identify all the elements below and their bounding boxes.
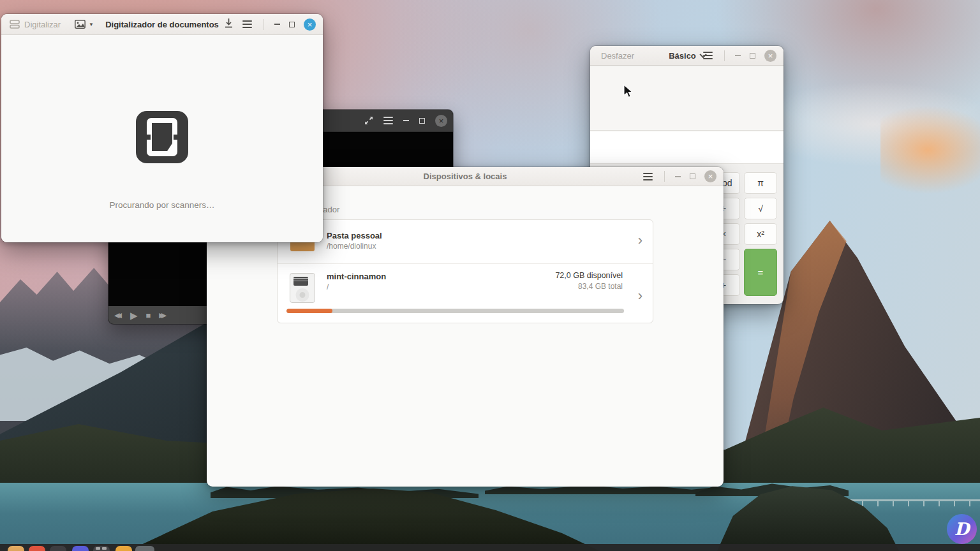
image-icon (75, 20, 85, 29)
taskbar-app-icon[interactable] (93, 546, 110, 551)
taskbar-app-icon[interactable] (29, 546, 45, 551)
close-button[interactable]: × (764, 50, 776, 62)
mode-dropdown[interactable]: Básico (669, 51, 705, 61)
chevron-right-icon: › (638, 288, 642, 304)
wallpaper-bridge-posts (801, 501, 980, 506)
disk-available: 72,0 GB disponível (555, 271, 623, 280)
scanner-icon (10, 20, 20, 29)
disk-usage-bar (286, 309, 624, 313)
equals-button[interactable]: = (744, 249, 777, 296)
calculator-titlebar[interactable]: Desfazer Básico × (590, 46, 783, 66)
rewind-button[interactable]: ◀◀ (114, 312, 122, 319)
taskbar-app-icon[interactable] (50, 546, 66, 551)
scan-button-label: Digitalizar (24, 20, 61, 29)
minimize-button[interactable] (403, 120, 409, 121)
locations-list: Pasta pessoal /home/diolinux › mint-cinn… (277, 219, 653, 323)
scanner-titlebar[interactable]: Digitalizar ▼ Digitalizador de documento… (1, 14, 323, 35)
hard-disk-icon (290, 273, 315, 303)
divider (664, 171, 665, 182)
maximize-button[interactable] (750, 53, 755, 59)
location-path: /home/diolinux (327, 242, 376, 251)
taskbar-app-icon[interactable] (115, 546, 132, 551)
maximize-button[interactable] (289, 22, 295, 27)
disk-name: mint-cinnamon (327, 272, 386, 281)
minimize-button[interactable] (735, 55, 741, 56)
taskbar-app-icon[interactable] (72, 546, 89, 551)
minimize-button[interactable] (675, 176, 681, 177)
window-title: Dispositivos & locais (424, 172, 507, 181)
close-button[interactable]: × (704, 170, 716, 182)
wallpaper-bridge (801, 499, 980, 501)
close-button[interactable]: × (435, 115, 447, 127)
dropdown-arrow-icon: ▼ (89, 22, 94, 27)
list-item-home[interactable]: Pasta pessoal /home/diolinux › (278, 220, 653, 263)
location-name: Pasta pessoal (327, 231, 382, 240)
wallpaper-lake (0, 483, 980, 551)
divider (264, 19, 264, 30)
square-button[interactable]: x² (744, 223, 777, 245)
minimize-button[interactable] (274, 24, 280, 25)
window-title: Digitalizador de documentos (105, 20, 219, 29)
sqrt-button[interactable]: √ (744, 198, 777, 219)
taskbar (0, 544, 980, 551)
wallpaper-cloud (753, 83, 980, 166)
scanner-body: Procurando por scanners… (1, 36, 323, 242)
menu-icon[interactable] (383, 117, 393, 124)
menu-icon[interactable] (242, 20, 252, 28)
chevron-right-icon: › (638, 232, 642, 249)
menu-icon[interactable] (643, 173, 653, 180)
pi-button[interactable]: π (744, 172, 777, 194)
close-button[interactable]: × (304, 18, 316, 31)
disk-mount-path: / (327, 283, 329, 291)
maximize-button[interactable] (690, 173, 695, 179)
disk-usage-fill (286, 309, 332, 313)
desktop: D × ◀◀ ▶ ■ ▶▶ Desfazer Básico (0, 0, 980, 551)
maximize-button[interactable] (419, 118, 425, 124)
list-item-disk[interactable]: mint-cinnamon / 72,0 GB disponível 83,4 … (278, 263, 653, 323)
fast-forward-button[interactable]: ▶▶ (159, 312, 167, 319)
fullscreen-icon[interactable] (364, 116, 373, 125)
mode-label: Básico (669, 51, 696, 61)
undo-button[interactable]: Desfazer (601, 51, 634, 61)
page-options-button[interactable]: ▼ (75, 20, 94, 29)
calculator-entry[interactable] (590, 131, 783, 164)
mouse-cursor (623, 84, 634, 98)
play-button[interactable]: ▶ (130, 311, 138, 320)
disk-total: 83,4 GB total (555, 282, 623, 291)
divider (724, 50, 725, 61)
calculator-display (590, 66, 783, 131)
wallpaper-orange-cloud (880, 105, 980, 195)
stop-button[interactable]: ■ (145, 311, 151, 320)
scanner-window: Digitalizar ▼ Digitalizador de documento… (1, 14, 323, 242)
scanner-status-text: Procurando por scanners… (1, 200, 323, 210)
taskbar-active-window-button[interactable] (135, 546, 154, 551)
taskbar-files-icon[interactable] (8, 546, 24, 551)
wallpaper-rocky-outcrop (717, 483, 915, 551)
scanner-document-icon (136, 111, 188, 163)
diolinux-logo: D (947, 514, 977, 544)
scan-button[interactable]: Digitalizar (10, 20, 61, 29)
wallpaper-foreground-hill (128, 487, 600, 551)
download-icon[interactable] (224, 18, 234, 31)
